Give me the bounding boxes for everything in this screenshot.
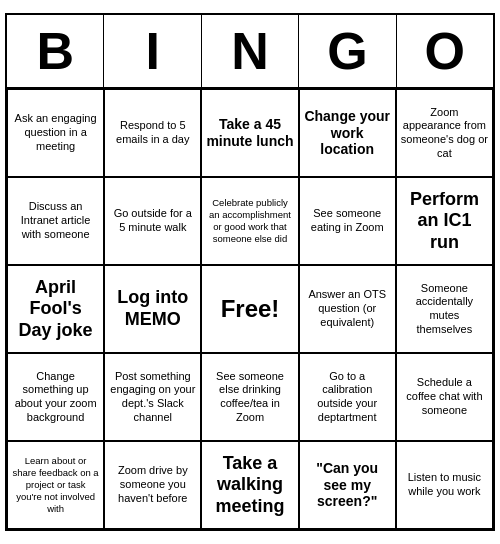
bingo-cell-20[interactable]: Learn about or share feedback on a proje… xyxy=(7,441,104,529)
bingo-letter-o: O xyxy=(397,15,493,89)
bingo-header: BINGO xyxy=(7,15,493,89)
bingo-grid: Ask an engaging question in a meetingRes… xyxy=(7,89,493,529)
bingo-cell-15[interactable]: Change something up about your zoom back… xyxy=(7,353,104,441)
bingo-cell-7[interactable]: Celebrate publicly an accomplishment or … xyxy=(201,177,298,265)
bingo-cell-0[interactable]: Ask an engaging question in a meeting xyxy=(7,89,104,177)
bingo-cell-13[interactable]: Answer an OTS question (or equivalent) xyxy=(299,265,396,353)
bingo-letter-b: B xyxy=(7,15,104,89)
bingo-cell-19[interactable]: Schedule a coffee chat with someone xyxy=(396,353,493,441)
bingo-cell-22[interactable]: Take a walking meeting xyxy=(201,441,298,529)
bingo-cell-11[interactable]: Log into MEMO xyxy=(104,265,201,353)
bingo-cell-12[interactable]: Free! xyxy=(201,265,298,353)
bingo-cell-8[interactable]: See someone eating in Zoom xyxy=(299,177,396,265)
bingo-cell-5[interactable]: Discuss an Intranet article with someone xyxy=(7,177,104,265)
bingo-cell-14[interactable]: Someone accidentally mutes themselves xyxy=(396,265,493,353)
bingo-cell-17[interactable]: See someone else drinking coffee/tea in … xyxy=(201,353,298,441)
bingo-cell-18[interactable]: Go to a calibration outside your deptart… xyxy=(299,353,396,441)
bingo-letter-n: N xyxy=(202,15,299,89)
bingo-cell-24[interactable]: Listen to music while you work xyxy=(396,441,493,529)
bingo-cell-2[interactable]: Take a 45 minute lunch xyxy=(201,89,298,177)
bingo-cell-16[interactable]: Post something engaging on your dept.'s … xyxy=(104,353,201,441)
bingo-cell-3[interactable]: Change your work location xyxy=(299,89,396,177)
bingo-cell-1[interactable]: Respond to 5 emails in a day xyxy=(104,89,201,177)
bingo-cell-23[interactable]: "Can you see my screen?" xyxy=(299,441,396,529)
bingo-cell-6[interactable]: Go outside for a 5 minute walk xyxy=(104,177,201,265)
bingo-card: BINGO Ask an engaging question in a meet… xyxy=(5,13,495,531)
bingo-cell-9[interactable]: Perform an IC1 run xyxy=(396,177,493,265)
bingo-cell-10[interactable]: April Fool's Day joke xyxy=(7,265,104,353)
bingo-cell-4[interactable]: Zoom appearance from someone's dog or ca… xyxy=(396,89,493,177)
bingo-letter-g: G xyxy=(299,15,396,89)
bingo-cell-21[interactable]: Zoom drive by someone you haven't before xyxy=(104,441,201,529)
bingo-letter-i: I xyxy=(104,15,201,89)
